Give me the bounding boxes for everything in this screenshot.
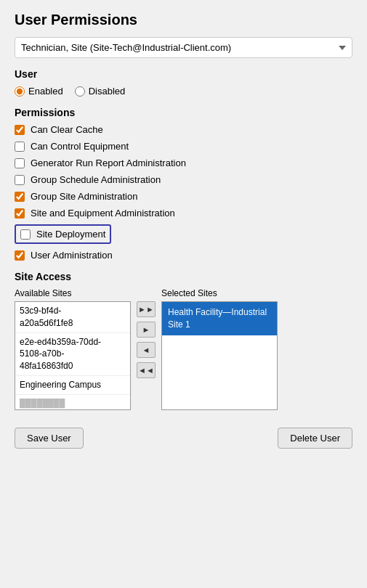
available-sites-label: Available Sites (15, 288, 131, 298)
user-permissions-panel: User Permissions Technician, Site (Site-… (0, 0, 367, 460)
transfer-arrows: ►► ► ◄ ◄◄ (137, 301, 156, 378)
permission-site-deployment: Site Deployment (15, 224, 352, 244)
delete-user-button[interactable]: Delete User (278, 428, 352, 449)
user-administration-checkbox[interactable] (15, 250, 25, 261)
save-user-button[interactable]: Save User (15, 428, 84, 449)
permissions-list: Can Clear Cache Can Control Equipment Ge… (15, 124, 352, 261)
selected-site-1[interactable]: Health Facility—Industrial Site 1 (162, 302, 277, 335)
page-title: User Permissions (15, 12, 352, 28)
site-columns: Available Sites 53c9-bf4d-a20a5d6f1fe8 e… (15, 288, 352, 410)
user-status-group: Enabled Disabled (15, 86, 352, 97)
can-clear-cache-checkbox[interactable] (15, 125, 25, 135)
disabled-radio-item[interactable]: Disabled (75, 86, 126, 97)
selected-sites-listbox[interactable]: Health Facility—Industrial Site 1 (161, 301, 278, 410)
site-access-label: Site Access (15, 271, 352, 282)
group-site-admin-label: Group Site Administration (31, 191, 137, 202)
disabled-label: Disabled (89, 86, 126, 97)
can-clear-cache-label: Can Clear Cache (31, 124, 103, 135)
site-equipment-admin-label: Site and Equipment Administration (31, 208, 175, 219)
permission-can-clear-cache: Can Clear Cache (15, 124, 352, 135)
selected-sites-label: Selected Sites (161, 288, 278, 298)
site-equipment-admin-checkbox[interactable] (15, 208, 25, 219)
move-left-button[interactable]: ◄ (137, 342, 156, 358)
site-deployment-highlighted: Site Deployment (15, 224, 111, 244)
can-control-equipment-checkbox[interactable] (15, 142, 25, 152)
user-section-label: User (15, 68, 352, 80)
user-administration-label: User Administration (31, 250, 113, 261)
site-deployment-checkbox[interactable] (20, 229, 31, 240)
user-dropdown[interactable]: Technician, Site (Site-Tech@Industrial-C… (15, 37, 352, 58)
user-select-section: Technician, Site (Site-Tech@Industrial-C… (15, 37, 352, 58)
selected-sites-col: Selected Sites Health Facility—Industria… (161, 288, 278, 410)
available-sites-col: Available Sites 53c9-bf4d-a20a5d6f1fe8 e… (15, 288, 131, 410)
site-deployment-label: Site Deployment (36, 229, 105, 240)
enabled-radio-item[interactable]: Enabled (15, 86, 63, 97)
enabled-radio[interactable] (15, 86, 25, 97)
generator-run-report-checkbox[interactable] (15, 158, 25, 168)
permission-generator-run-report: Generator Run Report Administration (15, 158, 352, 168)
move-right-button[interactable]: ► (137, 322, 156, 338)
enabled-label: Enabled (28, 86, 63, 97)
site-access-section: Site Access Available Sites 53c9-bf4d-a2… (15, 271, 352, 410)
generator-run-report-label: Generator Run Report Administration (31, 158, 186, 168)
move-all-left-button[interactable]: ◄◄ (137, 362, 156, 378)
available-site-3[interactable]: Engineering Campus (15, 376, 130, 395)
permissions-section: Permissions Can Clear Cache Can Control … (15, 107, 352, 261)
group-schedule-admin-label: Group Schedule Administration (31, 174, 161, 185)
user-section: User Enabled Disabled (15, 68, 352, 97)
group-site-admin-checkbox[interactable] (15, 192, 25, 202)
available-sites-listbox[interactable]: 53c9-bf4d-a20a5d6f1fe8 e2e-ed4b359a-70dd… (15, 301, 131, 410)
permission-site-equipment-admin: Site and Equipment Administration (15, 208, 352, 219)
permissions-section-label: Permissions (15, 107, 352, 118)
permission-user-administration: User Administration (15, 250, 352, 261)
move-all-right-button[interactable]: ►► (137, 301, 156, 317)
available-site-1[interactable]: 53c9-bf4d-a20a5d6f1fe8 (15, 302, 130, 333)
available-site-4[interactable]: ████████ (15, 395, 130, 410)
can-control-equipment-label: Can Control Equipment (31, 141, 129, 152)
footer: Save User Delete User (15, 420, 352, 449)
permission-group-schedule-admin: Group Schedule Administration (15, 174, 352, 185)
group-schedule-admin-checkbox[interactable] (15, 175, 25, 185)
disabled-radio[interactable] (75, 86, 85, 97)
available-site-2[interactable]: e2e-ed4b359a-70dd-5108-a70b-48fa16863fd0 (15, 333, 130, 376)
permission-can-control-equipment: Can Control Equipment (15, 141, 352, 152)
permission-group-site-admin: Group Site Administration (15, 191, 352, 202)
